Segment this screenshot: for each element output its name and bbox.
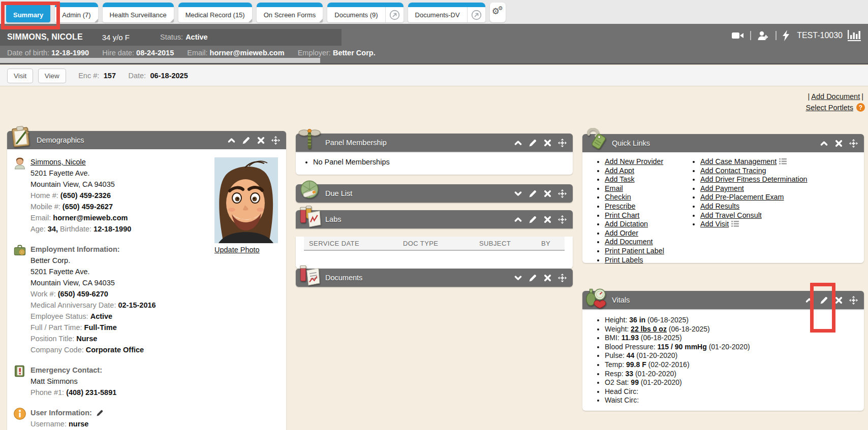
- quick-link[interactable]: Print Patient Label: [605, 247, 664, 255]
- field-value: 34,: [48, 225, 58, 233]
- bar-chart-icon[interactable]: [848, 30, 861, 41]
- header-scrollbar[interactable]: [0, 58, 320, 63]
- quick-links-column-2: Add Case ManagementAdd Contact TracingAd…: [690, 157, 808, 229]
- tab-strip: SummaryAdmin (7)Health SurveillanceMedic…: [6, 0, 490, 22]
- move-icon[interactable]: [849, 139, 858, 148]
- section-header: Emergency Contact:: [30, 365, 286, 376]
- quick-link[interactable]: Add Order: [605, 229, 638, 237]
- quick-link[interactable]: Add New Provider: [605, 157, 663, 166]
- quick-link[interactable]: Add Case Management: [700, 157, 777, 166]
- demographics-section: Employment Information:Better Corp.5201 …: [7, 244, 286, 355]
- quick-link[interactable]: Add Results: [700, 202, 739, 210]
- quick-link[interactable]: Add Travel Consult: [700, 211, 762, 219]
- labs-column-header: SERVICE DATE: [304, 240, 398, 247]
- quick-link[interactable]: Email: [605, 184, 623, 192]
- close-icon[interactable]: [543, 139, 552, 147]
- quick-link[interactable]: Add Appt: [605, 167, 634, 175]
- quick-link[interactable]: Add Driver Fitness Determination: [700, 175, 808, 183]
- quick-link-item: Checkin: [605, 193, 664, 202]
- close-icon[interactable]: [543, 189, 552, 198]
- move-icon[interactable]: [558, 215, 567, 224]
- vital-value[interactable]: 22 lbs 0 oz: [631, 325, 667, 333]
- portlet-controls: [508, 184, 567, 203]
- field-value: Corporate Office: [86, 346, 144, 354]
- quick-link[interactable]: Print Labels: [605, 256, 643, 264]
- vital-label: Resp:: [605, 370, 625, 378]
- quick-link[interactable]: Prescribe: [605, 202, 635, 210]
- edit-icon[interactable]: [529, 215, 537, 224]
- quick-link[interactable]: Add Task: [605, 175, 635, 183]
- move-icon[interactable]: [849, 296, 858, 305]
- open-in-new-window-icon[interactable]: [385, 7, 404, 22]
- select-portlets-link[interactable]: Select Portlets: [806, 104, 854, 112]
- add-person-icon[interactable]: [757, 30, 769, 41]
- tab-documents-dv[interactable]: Documents-DV: [408, 3, 485, 22]
- quick-link[interactable]: Add Document: [605, 238, 653, 246]
- close-icon[interactable]: [543, 215, 552, 224]
- edit-icon[interactable]: [529, 189, 537, 198]
- field-label: Date of birth:: [7, 49, 49, 57]
- field-label: Age:: [30, 225, 46, 233]
- portlet-title: Documents: [325, 269, 362, 287]
- panel-membership-body: No Panel Memberships: [296, 152, 573, 175]
- collapse-icon[interactable]: [514, 215, 522, 224]
- quick-link[interactable]: Add Visit: [700, 220, 729, 228]
- quick-link[interactable]: Add Payment: [700, 184, 744, 192]
- video-camera-icon[interactable]: [732, 30, 744, 41]
- settings-gear-button[interactable]: ⚙ ⚙: [490, 3, 506, 22]
- close-icon[interactable]: [834, 139, 843, 148]
- tab-health-surveillance[interactable]: Health Surveillance: [103, 3, 174, 22]
- add-document-link[interactable]: Add Document: [811, 92, 860, 101]
- lightning-bolt-icon[interactable]: [783, 30, 790, 41]
- quick-links-body: Add New ProviderAdd ApptAdd TaskEmailChe…: [582, 152, 864, 263]
- edit-icon[interactable]: [242, 136, 251, 145]
- text-value: 5201 Fayette Ave.: [30, 268, 90, 276]
- move-icon[interactable]: [558, 274, 567, 282]
- demographics-section: User Information:Username:nurse: [7, 407, 286, 429]
- vital-label: Temp:: [605, 360, 626, 369]
- collapse-icon[interactable]: [227, 136, 236, 145]
- move-icon[interactable]: [271, 136, 280, 145]
- pipe: |: [808, 92, 810, 101]
- field-value: (650) 459-2627: [63, 203, 113, 211]
- expand-icon[interactable]: [514, 274, 522, 282]
- vital-label: Pulse:: [605, 351, 627, 359]
- vital-value: 99.8 F: [626, 360, 646, 369]
- due-list-shell-icon: [298, 178, 321, 202]
- quick-link[interactable]: Add Dictation: [605, 220, 648, 228]
- section-header-label: User Information:: [30, 407, 92, 418]
- quick-link[interactable]: Add Contact Tracing: [700, 167, 766, 175]
- close-icon[interactable]: [543, 274, 552, 282]
- edit-icon[interactable]: [96, 409, 104, 417]
- move-icon[interactable]: [558, 139, 567, 147]
- quick-link-item: Add Pre-Placement Exam: [700, 193, 808, 202]
- close-icon[interactable]: [834, 296, 843, 305]
- tab-documents-9[interactable]: Documents (9): [327, 3, 403, 22]
- move-icon[interactable]: [558, 189, 567, 198]
- vital-date: (01-20-2020): [707, 343, 750, 351]
- quick-link[interactable]: Add Pre-Placement Exam: [700, 193, 784, 201]
- patient-name-link[interactable]: Simmons, Nicole: [30, 158, 86, 166]
- collapse-icon[interactable]: [820, 139, 828, 148]
- collapse-icon[interactable]: [514, 139, 522, 147]
- tab-admin-7[interactable]: Admin (7): [55, 3, 98, 22]
- edit-icon[interactable]: [529, 139, 537, 147]
- tab-medical-record-15[interactable]: Medical Record (15): [178, 3, 252, 22]
- open-in-new-window-icon[interactable]: [467, 7, 485, 22]
- field-value: 12-18-1990: [51, 49, 89, 57]
- expand-icon[interactable]: [514, 189, 522, 198]
- close-icon[interactable]: [257, 136, 265, 145]
- enc-number-value: 157: [104, 72, 116, 80]
- update-photo-link[interactable]: Update Photo: [214, 246, 260, 254]
- help-icon[interactable]: ?: [856, 103, 865, 112]
- portlet-title: Due List: [325, 184, 352, 203]
- view-button[interactable]: View: [38, 69, 66, 83]
- field-value: horner@mieweb.com: [210, 49, 285, 57]
- tab-on-screen-forms[interactable]: On Screen Forms: [257, 3, 323, 22]
- visit-button[interactable]: Visit: [7, 69, 33, 83]
- portlet-controls: [508, 134, 567, 152]
- edit-icon[interactable]: [529, 274, 537, 282]
- quick-link[interactable]: Print Chart: [605, 211, 639, 219]
- quick-link[interactable]: Checkin: [605, 193, 631, 201]
- patient-field: Hire date:08-24-2015: [102, 49, 174, 57]
